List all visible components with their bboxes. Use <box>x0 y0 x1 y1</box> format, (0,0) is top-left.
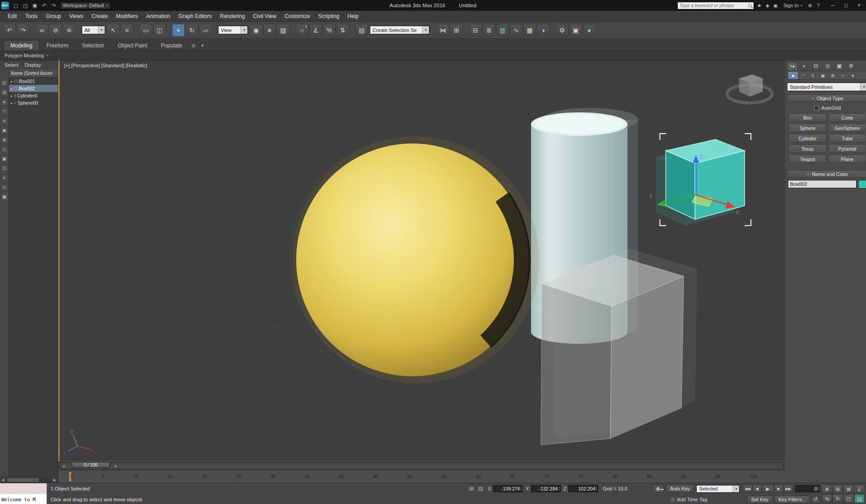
visibility-icon[interactable]: ● <box>10 87 12 90</box>
rendered-frame-window-icon[interactable]: ▣ ▾ <box>569 24 582 37</box>
current-frame-input[interactable]: 0 ▴▾ <box>795 485 820 492</box>
zoom-all-icon[interactable]: ⊞ <box>833 485 843 494</box>
primitive-button[interactable]: Cylinder <box>789 134 826 143</box>
menu-item[interactable]: Views <box>65 11 88 22</box>
window-crossing-icon[interactable]: ◫ ▾ <box>153 24 166 37</box>
menu-item[interactable]: Create <box>88 11 112 22</box>
unlink-selection-icon[interactable]: ⊘ ▾ <box>49 24 62 37</box>
tab-modify[interactable]: ◗ <box>799 62 810 70</box>
maximize-viewport-icon[interactable]: ◱ <box>854 494 865 503</box>
bind-to-space-warp-icon[interactable]: ≋ ▾ <box>63 24 75 37</box>
named-selection-sets-select[interactable]: Create Selection Se ▾ <box>370 26 429 34</box>
display-children-icon[interactable]: ⊟ <box>1 89 8 96</box>
workspace-select[interactable]: Workspace: Default ▾ <box>60 2 111 9</box>
tab-hierarchy[interactable]: ⊟ <box>810 62 821 70</box>
explorer-sort-header[interactable]: Name (Sorted Ascen <box>9 69 58 78</box>
previous-frame-icon[interactable]: ◀ <box>753 485 762 493</box>
visibility-icon[interactable]: ● <box>10 80 12 83</box>
viewport-canvas[interactable]: Z X Y x y z <box>60 60 785 461</box>
go-to-start-icon[interactable]: ◀◀ <box>743 485 752 493</box>
undo-icon[interactable]: ↶ ▾ <box>3 24 16 37</box>
user-icon[interactable]: ◉ <box>772 1 780 9</box>
snaps-toggle-icon[interactable]: ∩ 3 ▾ <box>296 24 308 37</box>
maxscript-mini-listener[interactable]: Welcome to M <box>0 494 47 504</box>
scrollbar-track[interactable] <box>6 478 51 482</box>
display-geometry-icon[interactable]: ● <box>1 98 8 106</box>
menu-item[interactable]: Group <box>42 11 65 22</box>
spinner-icon[interactable]: ▴▾ <box>818 486 819 491</box>
object-color-swatch[interactable] <box>858 180 866 189</box>
primitive-button[interactable]: Torus <box>789 144 826 153</box>
primitive-button[interactable]: Pyramid <box>829 144 866 153</box>
key-filters-button[interactable]: Key Filters... <box>774 495 810 504</box>
display-xrefs-icon[interactable]: ◇ <box>1 165 8 172</box>
angle-snap-icon[interactable]: ∡ ▾ <box>309 24 322 37</box>
spinner-icon[interactable]: ▴▾ <box>521 486 522 491</box>
primitive-button[interactable]: GeoSphere <box>829 124 866 132</box>
macro-recorder-line[interactable] <box>0 483 47 494</box>
menu-item[interactable]: Animation <box>142 11 174 22</box>
new-scene-icon[interactable]: ▢ <box>11 1 20 10</box>
time-slider[interactable]: < 0 / 100 > <box>58 461 785 470</box>
next-frame-arrow[interactable]: > <box>112 463 119 469</box>
pan-icon[interactable]: ⇆ <box>822 494 832 503</box>
category-spacewarps-icon[interactable]: ≈ <box>838 72 847 79</box>
material-editor-icon[interactable]: ◑ ▾ <box>537 24 549 37</box>
display-groups-icon[interactable]: ▣ <box>1 155 8 162</box>
category-systems-icon[interactable]: ∗ <box>848 72 857 79</box>
display-cameras-icon[interactable]: ◉ <box>1 127 8 134</box>
category-cameras-icon[interactable]: ◉ <box>818 72 828 79</box>
menu-item[interactable]: Help <box>344 11 363 22</box>
select-and-rotate-icon[interactable]: ↻ ▾ <box>186 24 198 37</box>
spinner-snap-icon[interactable]: ⇅ ▾ <box>336 24 349 37</box>
visibility-icon[interactable]: ● <box>10 102 12 105</box>
zoom-icon[interactable]: ⊕ <box>822 485 832 494</box>
tab-display[interactable]: ▣ <box>834 62 845 70</box>
scene-object-row[interactable]: ● ▢ Box002 <box>9 85 58 92</box>
open-file-icon[interactable]: ◳ <box>21 1 30 10</box>
curve-editor-icon[interactable]: ∿ ▾ <box>510 24 522 37</box>
display-containers-icon[interactable]: ▦ <box>1 193 8 200</box>
key-mode-toggle-icon[interactable]: ↺ <box>811 496 819 503</box>
primitive-button[interactable]: Plane <box>829 155 866 163</box>
autogrid-checkbox[interactable] <box>814 106 819 111</box>
add-time-tag-button[interactable]: Add Time Tag <box>677 497 707 502</box>
visibility-icon[interactable]: ● <box>10 94 12 97</box>
auto-key-button[interactable]: Auto Key <box>666 485 694 493</box>
display-helpers-icon[interactable]: ⊕ <box>1 136 8 143</box>
tab-motion[interactable]: ◎ <box>822 62 833 70</box>
display-lights-icon[interactable]: ¤ <box>1 117 8 125</box>
edit-named-selection-sets-icon[interactable]: ▤ ▾ <box>355 24 368 37</box>
primitive-button[interactable]: Tube <box>829 134 866 143</box>
absolute-mode-icon[interactable]: ⊡ <box>476 485 484 492</box>
redo-quick-icon[interactable]: ↷ <box>49 1 58 10</box>
search-icon[interactable] <box>748 4 752 7</box>
menu-item[interactable]: Graph Editors <box>174 11 216 22</box>
ribbon-tab[interactable]: Populate <box>154 41 188 51</box>
select-and-scale-icon[interactable]: ▱ ▾ <box>199 24 212 37</box>
tab-create[interactable]: ↪ <box>787 62 798 70</box>
scroll-left-icon[interactable]: ◀ <box>0 478 6 482</box>
menu-item[interactable]: Customize <box>280 11 314 22</box>
track-bar[interactable]: 0510152025303540455055606570758085909510… <box>58 470 785 483</box>
time-slider-handle[interactable]: 0 / 100 <box>72 462 110 468</box>
scene-explorer-toggle-icon[interactable]: ⊟ ▾ <box>469 24 482 37</box>
primitive-button[interactable]: Box <box>789 113 826 122</box>
primitive-button[interactable]: Cone <box>829 113 866 122</box>
menu-item[interactable]: Modifiers <box>112 11 142 22</box>
ribbon-tab[interactable]: Modeling <box>4 40 39 51</box>
field-of-view-icon[interactable]: ∠ <box>854 485 865 494</box>
set-keys-button[interactable] <box>653 485 664 493</box>
ribbon-tab[interactable]: Object Paint <box>112 41 154 51</box>
undo-quick-icon[interactable]: ↶ <box>40 1 49 10</box>
go-to-end-icon[interactable]: ▶▶ <box>784 485 793 493</box>
ribbon-panel-bar[interactable]: Polygon Modeling ▾ <box>0 51 866 60</box>
percent-snap-icon[interactable]: % ▾ <box>323 24 335 37</box>
rectangular-selection-region-icon[interactable]: ▭ ▾ <box>140 24 152 37</box>
category-lights-icon[interactable]: ¤ <box>808 72 818 79</box>
ribbon-toggle-icon[interactable]: ▥ ▾ <box>496 24 509 37</box>
search-input[interactable] <box>680 3 746 8</box>
x-coordinate-input[interactable]: -109.276 ▴▾ <box>493 485 523 492</box>
object-type-rollout-header[interactable]: − Object Type <box>787 94 866 102</box>
ribbon-tab[interactable]: Selection <box>75 41 110 51</box>
